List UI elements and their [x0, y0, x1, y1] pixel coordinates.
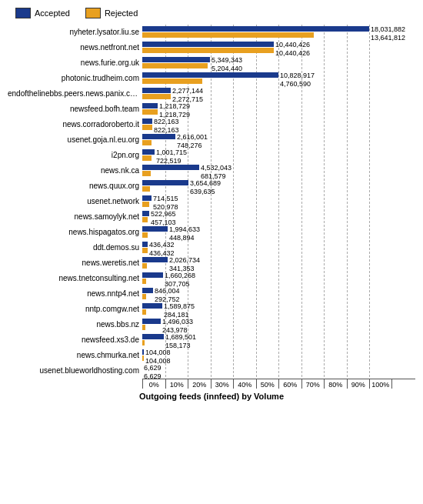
bar-group — [142, 134, 175, 145]
row-label: news.hispagatos.org — [8, 228, 142, 236]
bar-accepted — [142, 257, 168, 262]
legend-accepted: Accepted — [15, 8, 70, 18]
bar-rejected — [142, 263, 147, 269]
x-tick: 50% — [256, 379, 279, 389]
bar-group — [142, 257, 168, 269]
bar-rejected — [142, 32, 314, 38]
row-label: news.nntp4.net — [8, 289, 142, 298]
bar-rejected — [142, 279, 146, 284]
bar-wrapper: 6,6296,629 — [142, 363, 369, 377]
bar-rejected — [142, 217, 148, 222]
bar-accepted — [142, 334, 164, 339]
bar-rejected — [142, 294, 146, 299]
row-label: news.quux.org — [8, 182, 142, 190]
x-tick: 20% — [188, 379, 211, 389]
bar-group — [142, 72, 278, 84]
bar-wrapper: 1,994,633448,894 — [142, 225, 369, 239]
bar-accepted — [142, 272, 163, 278]
bar-accepted — [142, 57, 210, 62]
row-label: usenet.network — [8, 197, 142, 205]
row-label: news.samoylyk.net — [8, 212, 142, 221]
legend-rejected-label: Rejected — [105, 8, 138, 18]
chart-row: news.weretis.net2,026,734341,353 — [8, 255, 415, 269]
chart-row: newsfeed.bofh.team1,218,7291,218,729 — [8, 102, 415, 115]
row-label: news.bbs.nz — [8, 320, 142, 329]
bar-group — [142, 165, 199, 176]
bar-rejected — [142, 355, 144, 361]
bar-wrapper: 4,532,043681,579 — [142, 163, 369, 177]
bar-wrapper: 1,589,875284,181 — [142, 302, 369, 315]
bar-group — [142, 195, 152, 207]
row-label: ddt.demos.su — [8, 243, 142, 252]
bar-accepted — [142, 226, 168, 232]
x-axis: 0%10%20%30%40%50%60%70%80%90%100% — [142, 379, 415, 389]
bar-accepted — [142, 319, 161, 324]
row-label: photonic.trudheim.com — [8, 74, 142, 82]
row-label: i2pn.org — [8, 151, 142, 159]
bar-accepted — [142, 134, 175, 139]
row-label: news.tnetconsulting.net — [8, 274, 142, 282]
bar-group — [142, 334, 164, 345]
chart-container: Accepted Rejected nyheter.lysator.liu.se… — [0, 0, 423, 424]
bar-group — [142, 118, 152, 130]
bar-accepted — [142, 195, 152, 201]
bar-group — [142, 26, 369, 38]
bar-accepted — [142, 211, 149, 216]
bar-accepted — [142, 118, 152, 124]
bar-group — [142, 319, 161, 330]
row-label: news.furie.org.uk — [8, 58, 142, 67]
bar-wrapper: 10,440,42610,440,426 — [142, 40, 369, 54]
legend-accepted-label: Accepted — [35, 8, 70, 18]
row-label: news.corradoroberto.it — [8, 120, 142, 129]
chart-row: news.samoylyk.net522,965457,103 — [8, 209, 415, 223]
bar-group — [142, 180, 188, 192]
chart-row: news.quux.org3,654,689639,635 — [8, 179, 415, 192]
x-tick: 80% — [324, 379, 347, 389]
row-label: nyheter.lysator.liu.se — [8, 28, 142, 36]
row-label: news.weretis.net — [8, 259, 142, 267]
x-tick: 30% — [211, 379, 234, 389]
chart-legend: Accepted Rejected — [15, 8, 415, 18]
row-label: newsfeed.xs3.de — [8, 335, 142, 344]
bar-wrapper: 3,654,689639,635 — [142, 179, 369, 192]
bar-group — [142, 349, 144, 361]
bar-wrapper: 2,026,734341,353 — [142, 255, 369, 269]
bar-wrapper: 2,616,001748,276 — [142, 132, 369, 146]
bar-wrapper: 104,008104,008 — [142, 348, 369, 362]
bar-rejected — [142, 78, 202, 84]
bar-accepted — [142, 149, 155, 155]
row-label: news.nk.ca — [8, 166, 142, 175]
legend-rejected: Rejected — [85, 8, 138, 18]
bar-rejected — [142, 140, 152, 145]
bar-wrapper: 18,031,88213,641,812 — [142, 25, 369, 38]
bar-values: 6,6296,629 — [144, 364, 162, 382]
chart-row: nntp.comgw.net1,589,875284,181 — [8, 302, 415, 315]
x-tick: 60% — [278, 379, 301, 389]
chart-row: usenet.blueworldhosting.com6,6296,629 — [8, 363, 415, 377]
chart-row: nyheter.lysator.liu.se18,031,88213,641,8… — [8, 25, 415, 38]
bar-group — [142, 211, 149, 222]
bar-group — [142, 242, 148, 253]
row-label: usenet.blueworldhosting.com — [8, 366, 142, 375]
bar-rejected — [142, 325, 145, 330]
bar-rejected — [142, 109, 158, 115]
bar-accepted — [142, 303, 162, 309]
bar-rejected — [142, 63, 208, 68]
bar-rejected — [142, 309, 146, 315]
bar-accepted — [142, 165, 199, 170]
bar-rejected — [142, 340, 145, 345]
chart-row: news.furie.org.uk5,349,3435,204,440 — [8, 55, 415, 69]
chart-title: Outgoing feeds (innfeed) by Volume — [8, 392, 415, 401]
bar-group — [142, 103, 158, 115]
chart-row: ddt.demos.su436,432436,432 — [8, 240, 415, 254]
chart-row: news.hispagatos.org1,994,633448,894 — [8, 225, 415, 239]
bar-wrapper: 1,218,7291,218,729 — [142, 102, 369, 115]
bar-wrapper: 522,965457,103 — [142, 209, 369, 223]
bar-rejected — [142, 186, 150, 192]
bar-group — [142, 88, 171, 99]
bar-wrapper: 1,496,033243,978 — [142, 317, 369, 331]
bar-accepted — [142, 42, 274, 47]
bar-group — [142, 272, 163, 284]
chart-rows: nyheter.lysator.liu.se18,031,88213,641,8… — [8, 25, 415, 377]
x-tick: 90% — [347, 379, 370, 389]
